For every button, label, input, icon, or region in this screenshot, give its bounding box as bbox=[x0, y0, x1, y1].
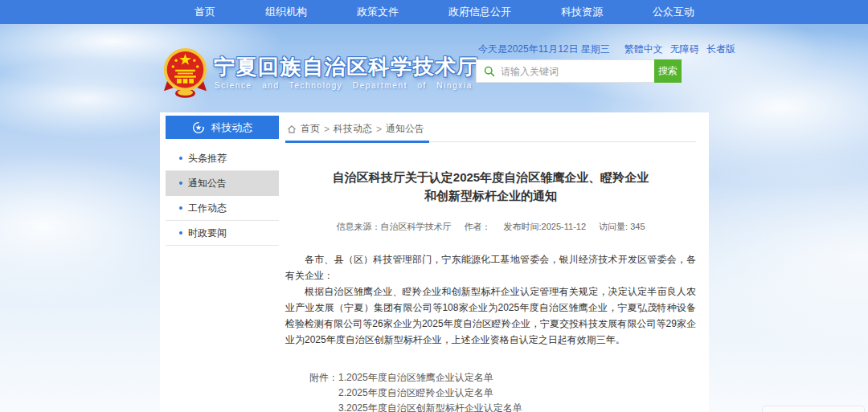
bullet-dot-icon bbox=[179, 157, 182, 160]
site-subtitle-english: Science and Technology Department of Nin… bbox=[215, 81, 473, 90]
site-title: 宁夏回族自治区科学技术厅 bbox=[214, 53, 479, 81]
sidebar-header-tech-news[interactable]: 科技动态 bbox=[166, 116, 279, 139]
breadcrumb-category[interactable]: 科技动态 bbox=[334, 122, 372, 136]
breadcrumb-inner: 首页 > 科技动态 > 通知公告 bbox=[285, 120, 429, 143]
breadcrumb-separator: > bbox=[376, 124, 382, 135]
attachment-link[interactable]: 2.2025年度自治区瞪羚企业认定名单 bbox=[338, 385, 522, 401]
nav-item-home[interactable]: 首页 bbox=[194, 5, 215, 19]
nav-item-organization[interactable]: 组织机构 bbox=[265, 5, 307, 19]
current-date-text: 今天是2025年11月12日 星期三 bbox=[478, 43, 610, 56]
breadcrumb-home[interactable]: 首页 bbox=[301, 122, 320, 136]
star-circle-icon bbox=[192, 121, 205, 134]
meta-author-label: 作者： bbox=[464, 222, 490, 231]
sidebar-item-label: 时政要闻 bbox=[188, 226, 227, 240]
sidebar-item-notices[interactable]: 通知公告 bbox=[166, 171, 279, 196]
top-nav: 首页 组织机构 政策文件 政府信息公开 科技资源 公众互动 bbox=[0, 0, 868, 24]
header-utility-row: 今天是2025年11月12日 星期三 繁體中文 无障碍 长者版 bbox=[478, 43, 707, 56]
sidebar: 科技动态 头条推荐 通知公告 工作动态 时政要闻 bbox=[166, 116, 279, 246]
search-icon bbox=[484, 66, 495, 77]
article-title-line1: 自治区科技厅关于认定2025年度自治区雏鹰企业、瞪羚企业 bbox=[285, 168, 696, 186]
link-accessibility[interactable]: 无障碍 bbox=[670, 43, 699, 56]
sidebar-item-headlines[interactable]: 头条推荐 bbox=[166, 146, 279, 171]
content-area: 首页 > 科技动态 > 通知公告 自治区科技厅关于认定2025年度自治区雏鹰企业… bbox=[285, 120, 696, 412]
breadcrumb-separator: > bbox=[324, 124, 330, 135]
bullet-dot-icon bbox=[179, 182, 182, 185]
article-paragraph: 各市、县（区）科技管理部门，宁东能源化工基地管委会，银川经济技术开发区管委会，各… bbox=[285, 251, 696, 284]
attachment-link[interactable]: 1.2025年度自治区雏鹰企业认定名单 bbox=[338, 370, 522, 385]
nav-item-tech-resources[interactable]: 科技资源 bbox=[561, 5, 603, 19]
sidebar-menu: 头条推荐 通知公告 工作动态 时政要闻 bbox=[166, 146, 279, 246]
breadcrumb-current[interactable]: 通知公告 bbox=[386, 122, 424, 136]
attachment-link[interactable]: 3.2025年度自治区创新型标杆企业认定名单 bbox=[338, 401, 522, 412]
attachments-block: 附件： 1.2025年度自治区雏鹰企业认定名单 2.2025年度自治区瞪羚企业认… bbox=[309, 370, 696, 412]
search-input[interactable] bbox=[501, 60, 654, 82]
page-background: 首页 组织机构 政策文件 政府信息公开 科技资源 公众互动 宁夏 bbox=[0, 0, 868, 412]
sidebar-item-label: 通知公告 bbox=[188, 177, 227, 190]
meta-visits-value: 345 bbox=[630, 222, 645, 231]
article-title: 自治区科技厅关于认定2025年度自治区雏鹰企业、瞪羚企业 和创新型标杆企业的通知 bbox=[285, 168, 696, 205]
sidebar-item-political-news[interactable]: 时政要闻 bbox=[166, 221, 279, 246]
search-bar: 搜索 bbox=[476, 59, 682, 83]
national-emblem-icon bbox=[162, 47, 208, 99]
breadcrumb: 首页 > 科技动态 > 通知公告 bbox=[285, 120, 696, 142]
national-emblem-logo bbox=[162, 47, 208, 99]
search-input-wrap bbox=[476, 59, 654, 83]
meta-publish-label: 发布时间: bbox=[504, 222, 542, 231]
link-traditional-chinese[interactable]: 繁體中文 bbox=[624, 43, 663, 56]
article-meta: 信息来源：自治区科学技术厅 作者： 发布时间:2025-11-12 访问量: 3… bbox=[285, 221, 696, 233]
attachments-list: 1.2025年度自治区雏鹰企业认定名单 2.2025年度自治区瞪羚企业认定名单 … bbox=[338, 370, 522, 412]
nav-item-policy-documents[interactable]: 政策文件 bbox=[357, 5, 399, 19]
sidebar-item-label: 工作动态 bbox=[188, 202, 227, 215]
meta-publish-date: 2025-11-12 bbox=[542, 222, 586, 231]
attachments-label: 附件： bbox=[309, 370, 338, 412]
floating-widget bbox=[762, 406, 865, 412]
meta-source-value: 自治区科学技术厅 bbox=[380, 222, 451, 231]
bullet-dot-icon bbox=[179, 206, 182, 210]
article-paragraph: 根据自治区雏鹰企业、瞪羚企业和创新型标杆企业认定管理有关规定，决定认定半亩良人农… bbox=[285, 284, 696, 348]
home-icon bbox=[287, 124, 297, 134]
nav-item-gov-info-disclosure[interactable]: 政府信息公开 bbox=[448, 5, 511, 19]
main-panel: 科技动态 头条推荐 通知公告 工作动态 时政要闻 bbox=[160, 112, 709, 412]
link-elderly-version[interactable]: 长者版 bbox=[706, 43, 735, 56]
bullet-dot-icon bbox=[179, 231, 182, 235]
meta-source-label: 信息来源： bbox=[336, 222, 380, 231]
nav-item-public-interaction[interactable]: 公众互动 bbox=[653, 5, 694, 19]
article-title-line2: 和创新型标杆企业的通知 bbox=[285, 186, 696, 205]
meta-visits-label: 访问量: bbox=[599, 222, 628, 231]
article-body: 各市、县（区）科技管理部门，宁东能源化工基地管委会，银川经济技术开发区管委会，各… bbox=[285, 251, 696, 348]
sidebar-title: 科技动态 bbox=[211, 120, 253, 135]
sidebar-item-label: 头条推荐 bbox=[188, 152, 227, 165]
search-button[interactable]: 搜索 bbox=[654, 59, 682, 83]
sidebar-item-work-updates[interactable]: 工作动态 bbox=[166, 196, 279, 221]
